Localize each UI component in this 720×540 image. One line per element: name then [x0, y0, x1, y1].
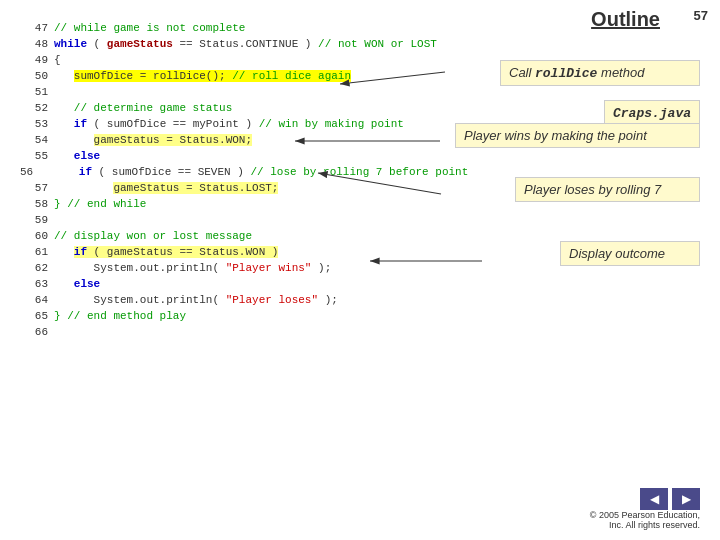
outline-title: Outline: [591, 8, 660, 31]
code-line-52: 52 // determine game status: [20, 100, 440, 116]
nav-buttons: ◀ ▶: [640, 488, 700, 510]
prev-button[interactable]: ◀: [640, 488, 668, 510]
code-area: 47 // while game is not complete 48 whil…: [20, 20, 440, 400]
code-line-58: 58 } // end while: [20, 196, 440, 212]
callout-loses: Player loses by rolling 7: [515, 177, 700, 202]
code-line-56: 56 if ( sumOfDice == SEVEN ) // lose by …: [20, 164, 440, 180]
code-line-60: 60 // display won or lost message: [20, 228, 440, 244]
code-line-64: 64 System.out.println( "Player loses" );: [20, 292, 440, 308]
code-line-59: 59: [20, 212, 440, 228]
code-line-51: 51: [20, 84, 440, 100]
code-line-55: 55 else: [20, 148, 440, 164]
code-line-53: 53 if ( sumOfDice == myPoint ) // win by…: [20, 116, 440, 132]
code-line-48: 48 while ( gameStatus == Status.CONTINUE…: [20, 36, 440, 52]
code-line-66: 66: [20, 324, 440, 340]
next-button[interactable]: ▶: [672, 488, 700, 510]
rollDice-code: rollDice: [535, 66, 597, 81]
slide-number: 57: [694, 8, 708, 23]
slide-container: 57 Outline 47 // while game is not compl…: [0, 0, 720, 540]
code-line-61: 61 if ( gameStatus == Status.WON ): [20, 244, 440, 260]
code-line-50: 50 sumOfDice = rollDice(); // roll dice …: [20, 68, 440, 84]
callout-wins: Player wins by making the point: [455, 123, 700, 148]
code-line-62: 62 System.out.println( "Player wins" );: [20, 260, 440, 276]
code-line-54: 54 gameStatus = Status.WON;: [20, 132, 440, 148]
callout-rolldice: Call rollDice method: [500, 60, 700, 86]
code-line-49: 49 {: [20, 52, 440, 68]
code-line-65: 65 } // end method play: [20, 308, 440, 324]
copyright-text: © 2005 Pearson Education,Inc. All rights…: [590, 510, 700, 530]
callout-display: Display outcome: [560, 241, 700, 266]
code-line-57: 57 gameStatus = Status.LOST;: [20, 180, 440, 196]
code-line-47: 47 // while game is not complete: [20, 20, 440, 36]
code-line-63: 63 else: [20, 276, 440, 292]
